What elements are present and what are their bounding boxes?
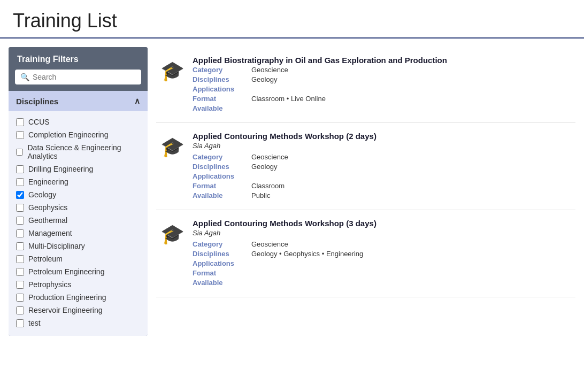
- training-field-value: Geoscience: [251, 66, 288, 74]
- discipline-checkbox[interactable]: [16, 229, 24, 237]
- training-field-label: Disciplines: [193, 75, 251, 83]
- content-area: 🎓Applied Biostratigraphy in Oil and Gas …: [156, 47, 575, 297]
- discipline-checkbox[interactable]: [16, 319, 24, 327]
- discipline-name: Reservoir Engineering: [28, 306, 103, 314]
- training-field-label: Applications: [193, 85, 251, 93]
- discipline-name: test: [28, 319, 41, 327]
- disciplines-label: Disciplines: [16, 97, 58, 106]
- training-row: Applications: [193, 172, 571, 180]
- graduation-cap-icon: 🎓: [160, 136, 184, 158]
- discipline-item: Management: [16, 227, 140, 240]
- training-row: Available: [193, 279, 571, 287]
- discipline-item: CCUS: [16, 116, 140, 128]
- discipline-name: Petroleum: [28, 255, 63, 263]
- training-row: Applications: [193, 85, 571, 93]
- disciplines-section: Disciplines ∧ CCUSCompletion Engineering…: [9, 91, 148, 336]
- discipline-checkbox[interactable]: [16, 204, 24, 212]
- discipline-checkbox[interactable]: [16, 191, 24, 199]
- training-card: 🎓Applied Contouring Methods Workshop (2 …: [156, 123, 575, 210]
- graduation-cap-icon: 🎓: [160, 223, 184, 245]
- discipline-item: Reservoir Engineering: [16, 304, 140, 317]
- training-title[interactable]: Applied Contouring Methods Workshop (3 d…: [193, 219, 571, 228]
- discipline-checkbox[interactable]: [16, 268, 24, 276]
- training-field-value: Geology • Geophysics • Engineering: [251, 250, 363, 258]
- discipline-checkbox[interactable]: [16, 255, 24, 263]
- training-row: FormatClassroom • Live Online: [193, 95, 571, 103]
- discipline-item: Engineering: [16, 175, 140, 188]
- training-row: AvailablePublic: [193, 191, 571, 199]
- search-input[interactable]: [33, 73, 136, 81]
- training-author: Sia Agah: [193, 229, 571, 237]
- discipline-name: Data Science & Engineering Analytics: [27, 143, 140, 160]
- training-field-label: Category: [193, 153, 251, 161]
- discipline-name: Drilling Engineering: [28, 165, 93, 173]
- training-field-label: Category: [193, 66, 251, 74]
- discipline-item: Completion Engineering: [16, 128, 140, 141]
- discipline-name: Petrophysics: [28, 280, 71, 289]
- discipline-item: Geology: [16, 188, 140, 201]
- training-field-value: Geoscience: [251, 240, 288, 248]
- training-field-label: Category: [193, 240, 251, 248]
- discipline-item: Drilling Engineering: [16, 163, 140, 175]
- training-card: 🎓Applied Biostratigraphy in Oil and Gas …: [156, 47, 575, 123]
- training-details: Applied Contouring Methods Workshop (3 d…: [193, 219, 571, 288]
- discipline-item: Petroleum Engineering: [16, 265, 140, 278]
- training-title[interactable]: Applied Biostratigraphy in Oil and Gas E…: [193, 56, 571, 65]
- discipline-checkbox[interactable]: [16, 148, 23, 156]
- training-field-label: Format: [193, 182, 251, 190]
- training-field-label: Format: [193, 269, 251, 277]
- discipline-item: Geothermal: [16, 214, 140, 227]
- discipline-checkbox[interactable]: [16, 306, 24, 314]
- training-field-value: Classroom • Live Online: [251, 95, 326, 103]
- training-field-label: Available: [193, 191, 251, 199]
- discipline-item: Petrophysics: [16, 278, 140, 291]
- training-field-value: Geoscience: [251, 153, 288, 161]
- discipline-name: Completion Engineering: [28, 130, 108, 139]
- training-field-label: Disciplines: [193, 250, 251, 258]
- training-author: Sia Agah: [193, 142, 571, 150]
- discipline-item: Geophysics: [16, 201, 140, 214]
- training-field-value: Geology: [251, 163, 277, 171]
- training-row: DisciplinesGeology • Geophysics • Engine…: [193, 250, 571, 258]
- discipline-checkbox[interactable]: [16, 217, 24, 225]
- discipline-checkbox[interactable]: [16, 165, 24, 173]
- sidebar: Training Filters 🔍 Disciplines ∧ CCUSCom…: [9, 47, 148, 336]
- training-row: FormatClassroom: [193, 182, 571, 190]
- training-field-label: Format: [193, 95, 251, 103]
- training-field-label: Available: [193, 104, 251, 112]
- discipline-checkbox[interactable]: [16, 131, 24, 139]
- discipline-name: Geophysics: [28, 203, 67, 212]
- training-field-value: Geology: [251, 75, 277, 83]
- discipline-item: test: [16, 317, 140, 329]
- discipline-name: Management: [28, 229, 72, 237]
- training-row: Applications: [193, 259, 571, 267]
- training-title[interactable]: Applied Contouring Methods Workshop (2 d…: [193, 132, 571, 141]
- discipline-item: Production Engineering: [16, 291, 140, 304]
- discipline-name: CCUS: [28, 118, 50, 126]
- discipline-name: Multi-Disciplinary: [28, 242, 85, 250]
- training-details: Applied Biostratigraphy in Oil and Gas E…: [193, 56, 571, 114]
- discipline-checkbox[interactable]: [16, 118, 24, 126]
- training-row: Available: [193, 104, 571, 112]
- discipline-item: Multi-Disciplinary: [16, 240, 140, 252]
- discipline-name: Engineering: [28, 178, 68, 186]
- graduation-cap-icon: 🎓: [160, 60, 184, 82]
- discipline-checkbox[interactable]: [16, 178, 24, 186]
- discipline-checkbox[interactable]: [16, 242, 24, 250]
- search-icon: 🔍: [20, 73, 29, 81]
- disciplines-header[interactable]: Disciplines ∧: [9, 91, 148, 111]
- search-box: 🔍: [15, 70, 141, 84]
- training-row: DisciplinesGeology: [193, 163, 571, 171]
- training-field-value: Classroom: [251, 182, 285, 190]
- training-row: CategoryGeoscience: [193, 153, 571, 161]
- training-row: Format: [193, 269, 571, 277]
- training-field-value: Public: [251, 191, 270, 199]
- main-layout: Training Filters 🔍 Disciplines ∧ CCUSCom…: [0, 39, 584, 344]
- training-field-label: Applications: [193, 172, 251, 180]
- discipline-item: Petroleum: [16, 252, 140, 265]
- discipline-name: Geothermal: [28, 216, 67, 225]
- discipline-checkbox[interactable]: [16, 294, 24, 302]
- training-row: CategoryGeoscience: [193, 240, 571, 248]
- discipline-checkbox[interactable]: [16, 281, 24, 289]
- discipline-item: Data Science & Engineering Analytics: [16, 141, 140, 163]
